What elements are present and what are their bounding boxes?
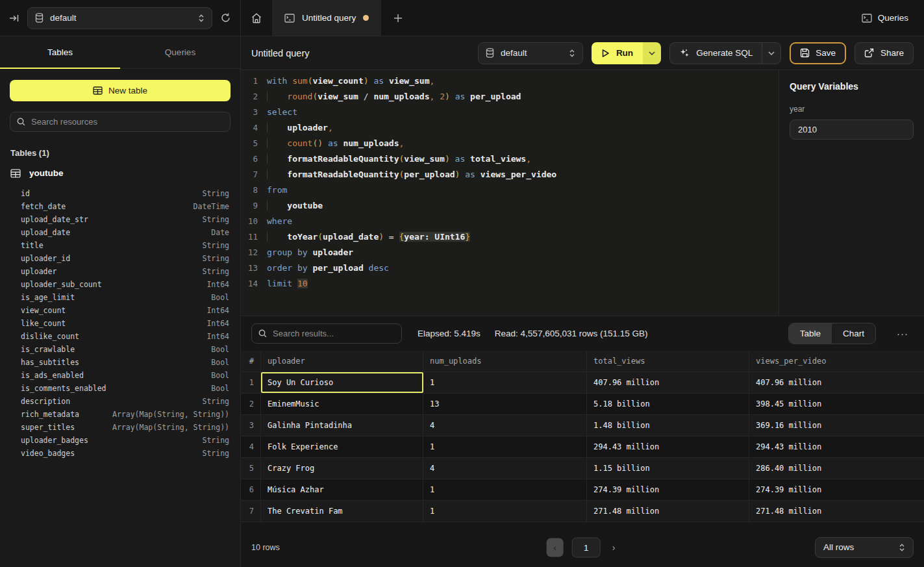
table-cell[interactable]: 3 [241, 415, 261, 436]
sidebar-search-input[interactable]: Search resources [10, 112, 231, 132]
new-table-button[interactable]: New table [10, 80, 231, 101]
table-header-cell[interactable]: # [241, 351, 261, 372]
new-tab-button[interactable] [381, 0, 415, 36]
query-tab-active[interactable]: Untitled query [272, 0, 381, 36]
refresh-icon[interactable] [220, 12, 231, 23]
code-line: 11 toYear(upload_date) = {year: UInt16} [241, 229, 779, 245]
table-cell[interactable]: 271.48 million [587, 501, 749, 522]
view-tab-table[interactable]: Table [789, 323, 832, 344]
column-type: Bool [211, 345, 229, 354]
queries-button[interactable]: Queries [846, 0, 924, 36]
table-row: 2EminemMusic135.18 billion398.45 million [241, 394, 924, 415]
table-cell-selected[interactable]: Soy Un Curioso [261, 372, 423, 393]
code-line: 6 formatReadableQuantity(view_sum) as to… [241, 151, 779, 167]
query-variables-panel: Query Variables year 2010 [779, 70, 924, 316]
table-cell[interactable]: 294.43 million [587, 436, 749, 457]
sidebar-database-value: default [50, 13, 77, 23]
table-cell[interactable]: 4 [423, 415, 587, 436]
table-cell[interactable]: Música Azhar [261, 479, 423, 500]
table-cell[interactable]: 1.15 billion [587, 458, 749, 479]
table-cell[interactable]: 2 [241, 394, 261, 414]
generate-sql-button[interactable]: Generate SQL [669, 42, 762, 64]
save-button[interactable]: Save [790, 42, 846, 64]
table-cell[interactable]: 398.45 million [749, 394, 924, 414]
current-page-button[interactable]: 1 [572, 537, 601, 557]
table-cell[interactable]: The Crevatin Fam [261, 501, 423, 522]
table-cell[interactable]: 286.40 million [749, 458, 924, 479]
current-page-number: 1 [584, 542, 588, 552]
table-cell[interactable]: 4 [241, 436, 261, 457]
database-icon [486, 48, 494, 58]
toolbar-database-value: default [501, 48, 527, 58]
page-size-selector[interactable]: All rows [815, 537, 914, 558]
column-name: is_comments_enabled [21, 384, 106, 393]
table-cell[interactable]: 407.96 million [587, 372, 749, 393]
next-page-button[interactable]: › [609, 542, 619, 553]
table-header-cell[interactable]: num_uploads [423, 351, 587, 372]
table-cell[interactable]: 5 [241, 458, 261, 479]
home-button[interactable] [241, 0, 272, 36]
table-cell[interactable]: 407.96 million [749, 372, 924, 393]
table-cell[interactable]: EminemMusic [261, 394, 423, 414]
table-cell[interactable]: 7 [241, 501, 261, 522]
table-cell[interactable]: Galinha Pintadinha [261, 415, 423, 436]
queries-button-label: Queries [878, 13, 908, 23]
table-header-cell[interactable]: uploader [261, 351, 423, 372]
sidebar-tabs: Tables Queries [0, 36, 240, 69]
sidebar-tab-tables[interactable]: Tables [0, 36, 120, 68]
sidebar-topbar: default [0, 0, 240, 36]
code-content: from [258, 183, 287, 198]
table-cell[interactable]: 1.48 billion [587, 415, 749, 436]
code-content: formatReadableQuantity(view_sum) as tota… [258, 151, 531, 167]
table-cell[interactable]: 1 [423, 436, 587, 457]
table-cell[interactable]: 274.39 million [587, 479, 749, 500]
run-options-caret[interactable] [643, 42, 661, 64]
table-cell[interactable]: 369.16 million [749, 415, 924, 436]
sql-editor[interactable]: 1with sum(view_count) as view_sum,2 roun… [241, 70, 779, 316]
line-number: 6 [241, 151, 258, 167]
table-row: 4Folk Experience1294.43 million294.43 mi… [241, 436, 924, 458]
table-cell[interactable]: 1 [241, 372, 261, 393]
toolbar-database-selector[interactable]: default [478, 42, 583, 64]
column-name: super_titles [21, 423, 75, 432]
table-cell[interactable]: 271.48 million [749, 501, 924, 522]
results-more-button[interactable]: ··· [892, 328, 914, 339]
sparkle-icon [679, 48, 690, 58]
column-row: view_countInt64 [0, 304, 240, 317]
terminal-icon [862, 14, 872, 23]
table-cell[interactable]: 274.39 million [749, 479, 924, 500]
table-cell[interactable]: 1 [423, 479, 587, 500]
share-button[interactable]: Share [855, 42, 914, 64]
share-button-label: Share [880, 48, 904, 58]
table-cell[interactable]: Crazy Frog [261, 458, 423, 479]
column-type: String [202, 189, 229, 198]
table-cell[interactable]: 1 [423, 501, 587, 522]
sidebar-tab-queries[interactable]: Queries [120, 36, 240, 68]
sidebar-database-selector[interactable]: default [27, 7, 212, 29]
results-search-input[interactable]: Search results... [251, 323, 402, 344]
table-cell[interactable]: 294.43 million [749, 436, 924, 457]
query-toolbar: Untitled query default Run [241, 36, 924, 70]
table-header-cell[interactable]: views_per_video [749, 351, 924, 372]
table-cell[interactable]: 1 [423, 372, 587, 393]
table-cell[interactable]: 4 [423, 458, 587, 479]
table-cell[interactable]: Folk Experience [261, 436, 423, 457]
code-content: limit 10 [258, 276, 308, 292]
chevron-right-icon: › [612, 542, 616, 553]
variable-value-input[interactable]: 2010 [790, 120, 914, 140]
table-header-cell[interactable]: total_views [587, 351, 749, 372]
sidebar-table-item-youtube[interactable]: youtube [3, 165, 238, 181]
generate-sql-caret[interactable] [762, 42, 781, 64]
run-button[interactable]: Run [592, 42, 643, 64]
prev-page-button[interactable]: ‹ [547, 538, 564, 557]
table-cell[interactable]: 5.18 billion [587, 394, 749, 414]
database-icon [35, 13, 44, 23]
table-cell[interactable]: 13 [423, 394, 587, 414]
collapse-sidebar-icon[interactable] [9, 13, 19, 23]
view-tab-chart[interactable]: Chart [832, 323, 875, 344]
read-stat: Read: 4,557,605,031 rows (151.15 GB) [495, 329, 648, 338]
table-cell[interactable]: 6 [241, 479, 261, 500]
line-number: 7 [241, 167, 258, 183]
table-row: 1Soy Un Curioso1407.96 million407.96 mil… [241, 372, 924, 394]
line-number: 4 [241, 120, 258, 136]
